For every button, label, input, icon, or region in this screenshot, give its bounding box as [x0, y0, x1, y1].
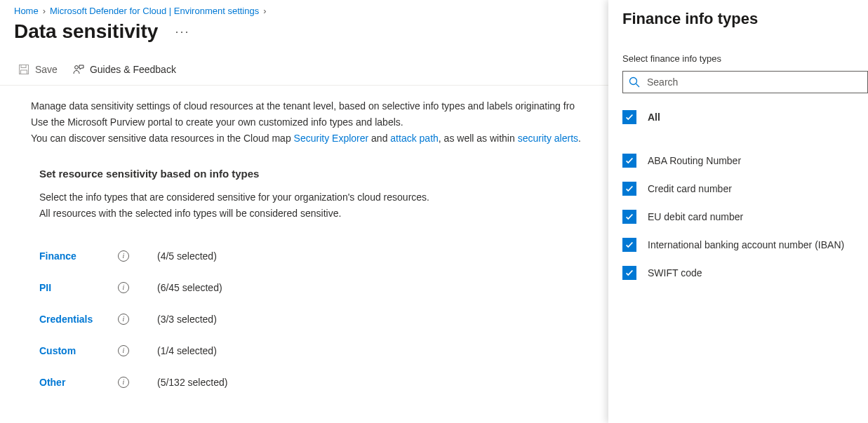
more-actions-button[interactable]: ···	[172, 22, 192, 42]
panel-subtitle: Select finance info types	[622, 53, 868, 64]
check-row: International banking account number (IB…	[622, 231, 868, 259]
check-row: EU debit card number	[622, 203, 868, 231]
check-row-all: All	[622, 103, 868, 131]
svg-point-4	[630, 78, 637, 85]
chevron-right-icon: ›	[263, 6, 266, 16]
panel-title: Finance info types	[622, 10, 868, 28]
category-count: (5/132 selected)	[157, 377, 227, 388]
search-box[interactable]	[622, 71, 868, 93]
section-title: Set resource sensitivity based on info t…	[14, 168, 610, 180]
search-input[interactable]	[647, 76, 867, 88]
category-list: Finance i (4/5 selected) PII i (6/45 sel…	[14, 240, 610, 398]
category-link-pii[interactable]: PII	[39, 282, 118, 293]
guides-label: Guides & Feedback	[90, 64, 176, 75]
category-count: (3/3 selected)	[157, 314, 217, 325]
toolbar: Save Guides & Feedback	[0, 64, 625, 86]
category-count: (6/45 selected)	[157, 282, 222, 293]
info-icon[interactable]: i	[118, 250, 129, 262]
checkbox-iban[interactable]	[622, 238, 636, 252]
svg-point-3	[75, 66, 79, 69]
link-attack-path[interactable]: attack path	[390, 133, 439, 144]
category-row-custom: Custom i (1/4 selected)	[39, 335, 610, 366]
desc-line3: You can discover sensitive data resource…	[31, 130, 610, 147]
search-icon	[629, 76, 640, 88]
checkbox-all[interactable]	[622, 110, 636, 124]
svg-rect-2	[21, 70, 27, 74]
guides-feedback-button[interactable]: Guides & Feedback	[73, 64, 176, 75]
check-row: ABA Routing Number	[622, 147, 868, 175]
check-label-all: All	[648, 112, 660, 123]
checkbox-credit-card[interactable]	[622, 182, 636, 196]
check-label: SWIFT code	[648, 267, 702, 278]
breadcrumb-home[interactable]: Home	[14, 6, 39, 16]
category-count: (4/5 selected)	[157, 250, 217, 262]
category-link-other[interactable]: Other	[39, 377, 118, 388]
save-button[interactable]: Save	[18, 64, 58, 75]
info-icon[interactable]: i	[118, 282, 129, 293]
side-panel-finance: Finance info types Select finance info t…	[608, 0, 868, 423]
category-row-finance: Finance i (4/5 selected)	[39, 240, 610, 271]
category-link-credentials[interactable]: Credentials	[39, 314, 118, 325]
info-icon[interactable]: i	[118, 345, 129, 356]
checkbox-swift[interactable]	[622, 266, 636, 280]
category-link-finance[interactable]: Finance	[39, 250, 118, 262]
page-title: Data sensitivity	[14, 20, 158, 43]
category-row-pii: PII i (6/45 selected)	[39, 271, 610, 303]
checkbox-aba[interactable]	[622, 154, 636, 168]
check-label: ABA Routing Number	[648, 155, 741, 166]
svg-rect-1	[21, 65, 26, 68]
section-subtitle: Select the info types that are considere…	[14, 189, 610, 222]
check-row: SWIFT code	[622, 259, 868, 287]
save-icon	[18, 64, 29, 75]
check-label: EU debit card number	[648, 211, 743, 222]
svg-line-5	[636, 84, 640, 88]
info-icon[interactable]: i	[118, 314, 129, 325]
category-row-other: Other i (5/132 selected)	[39, 366, 610, 398]
chevron-right-icon: ›	[43, 6, 46, 16]
desc-line2: Use the Microsoft Purview portal to crea…	[31, 114, 610, 130]
link-security-alerts[interactable]: security alerts	[518, 133, 578, 144]
description: Manage data sensitivity settings of clou…	[14, 98, 610, 147]
breadcrumb-env-settings[interactable]: Microsoft Defender for Cloud | Environme…	[50, 6, 259, 16]
check-label: International banking account number (IB…	[648, 239, 844, 250]
save-label: Save	[35, 64, 58, 75]
check-label: Credit card number	[648, 183, 732, 194]
person-feedback-icon	[73, 64, 84, 75]
link-security-explorer[interactable]: Security Explorer	[294, 133, 369, 144]
category-link-custom[interactable]: Custom	[39, 345, 118, 356]
checkbox-eu-debit[interactable]	[622, 210, 636, 224]
info-icon[interactable]: i	[118, 377, 129, 388]
desc-line1: Manage data sensitivity settings of clou…	[31, 98, 610, 114]
category-count: (1/4 selected)	[157, 345, 217, 356]
category-row-credentials: Credentials i (3/3 selected)	[39, 303, 610, 335]
check-row: Credit card number	[622, 175, 868, 203]
breadcrumb: Home › Microsoft Defender for Cloud | En…	[14, 6, 610, 16]
